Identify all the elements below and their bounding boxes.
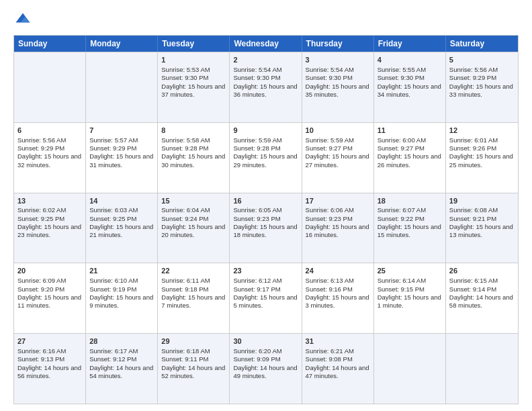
day-number: 18	[378, 196, 442, 206]
day-number: 11	[378, 126, 442, 136]
day-number: 19	[449, 196, 515, 206]
cal-cell-3-4: 24Sunrise: 6:13 AMSunset: 9:16 PMDayligh…	[302, 263, 374, 333]
cal-cell-1-5: 11Sunrise: 6:00 AMSunset: 9:27 PMDayligh…	[374, 123, 446, 193]
cal-cell-3-6: 26Sunrise: 6:15 AMSunset: 9:14 PMDayligh…	[446, 263, 518, 333]
cal-cell-2-6: 19Sunrise: 6:08 AMSunset: 9:21 PMDayligh…	[446, 193, 518, 263]
header-day-saturday: Saturday	[446, 36, 518, 52]
day-number: 15	[161, 196, 226, 206]
cal-cell-0-2: 1Sunrise: 5:53 AMSunset: 9:30 PMDaylight…	[158, 52, 230, 122]
calendar-row-0: 1Sunrise: 5:53 AMSunset: 9:30 PMDaylight…	[14, 52, 518, 122]
calendar-row-4: 27Sunrise: 6:16 AMSunset: 9:13 PMDayligh…	[14, 333, 518, 404]
day-number: 7	[89, 126, 154, 136]
cal-cell-0-1	[86, 52, 158, 122]
day-number: 13	[17, 196, 82, 206]
cell-info: Sunrise: 6:11 AMSunset: 9:18 PMDaylight:…	[161, 277, 226, 310]
cell-info: Sunrise: 6:21 AMSunset: 9:08 PMDaylight:…	[306, 347, 370, 380]
cell-info: Sunrise: 5:54 AMSunset: 9:30 PMDaylight:…	[233, 66, 298, 99]
cal-cell-0-6: 5Sunrise: 5:56 AMSunset: 9:29 PMDaylight…	[446, 52, 518, 122]
day-number: 27	[17, 336, 82, 347]
day-number: 21	[89, 266, 154, 276]
day-number: 9	[233, 126, 298, 136]
day-number: 8	[161, 126, 226, 136]
cal-cell-0-4: 3Sunrise: 5:54 AMSunset: 9:30 PMDaylight…	[302, 52, 374, 122]
cell-info: Sunrise: 6:04 AMSunset: 9:24 PMDaylight:…	[161, 206, 226, 239]
day-number: 3	[306, 55, 370, 65]
cell-info: Sunrise: 6:15 AMSunset: 9:14 PMDaylight:…	[449, 277, 515, 310]
cal-cell-4-0: 27Sunrise: 6:16 AMSunset: 9:13 PMDayligh…	[14, 334, 86, 404]
cell-info: Sunrise: 6:13 AMSunset: 9:16 PMDaylight:…	[306, 277, 370, 310]
cell-info: Sunrise: 6:06 AMSunset: 9:23 PMDaylight:…	[306, 206, 370, 239]
day-number: 12	[449, 126, 515, 136]
cal-cell-1-4: 10Sunrise: 5:59 AMSunset: 9:27 PMDayligh…	[302, 123, 374, 193]
cell-info: Sunrise: 6:03 AMSunset: 9:25 PMDaylight:…	[89, 206, 154, 239]
cal-cell-2-5: 18Sunrise: 6:07 AMSunset: 9:22 PMDayligh…	[374, 193, 446, 263]
cell-info: Sunrise: 6:01 AMSunset: 9:26 PMDaylight:…	[449, 136, 515, 169]
cell-info: Sunrise: 6:05 AMSunset: 9:23 PMDaylight:…	[233, 206, 298, 239]
cell-info: Sunrise: 6:07 AMSunset: 9:22 PMDaylight:…	[378, 206, 442, 239]
calendar-body: 1Sunrise: 5:53 AMSunset: 9:30 PMDaylight…	[14, 52, 518, 404]
cal-cell-3-0: 20Sunrise: 6:09 AMSunset: 9:20 PMDayligh…	[14, 263, 86, 333]
header-day-sunday: Sunday	[14, 36, 86, 52]
header-day-friday: Friday	[374, 36, 446, 52]
cal-cell-4-3: 30Sunrise: 6:20 AMSunset: 9:09 PMDayligh…	[230, 334, 302, 404]
day-number: 23	[233, 266, 298, 276]
logo-icon	[13, 11, 32, 30]
cal-cell-4-2: 29Sunrise: 6:18 AMSunset: 9:11 PMDayligh…	[158, 334, 230, 404]
day-number: 22	[161, 266, 226, 276]
day-number: 17	[306, 196, 370, 206]
cal-cell-4-1: 28Sunrise: 6:17 AMSunset: 9:12 PMDayligh…	[86, 334, 158, 404]
day-number: 4	[378, 55, 442, 65]
cell-info: Sunrise: 6:10 AMSunset: 9:19 PMDaylight:…	[89, 277, 154, 310]
cell-info: Sunrise: 6:00 AMSunset: 9:27 PMDaylight:…	[378, 136, 442, 169]
calendar-row-2: 13Sunrise: 6:02 AMSunset: 9:25 PMDayligh…	[14, 193, 518, 263]
cal-cell-1-2: 8Sunrise: 5:58 AMSunset: 9:28 PMDaylight…	[158, 123, 230, 193]
header-day-thursday: Thursday	[302, 36, 374, 52]
cell-info: Sunrise: 5:59 AMSunset: 9:27 PMDaylight:…	[306, 136, 370, 169]
cal-cell-3-2: 22Sunrise: 6:11 AMSunset: 9:18 PMDayligh…	[158, 263, 230, 333]
calendar-header: SundayMondayTuesdayWednesdayThursdayFrid…	[14, 36, 518, 52]
cell-info: Sunrise: 6:17 AMSunset: 9:12 PMDaylight:…	[89, 347, 154, 380]
cal-cell-4-5	[374, 334, 446, 404]
day-number: 16	[233, 196, 298, 206]
cal-cell-4-4: 31Sunrise: 6:21 AMSunset: 9:08 PMDayligh…	[302, 334, 374, 404]
cell-info: Sunrise: 5:53 AMSunset: 9:30 PMDaylight:…	[161, 66, 226, 99]
day-number: 24	[306, 266, 370, 276]
day-number: 20	[17, 266, 82, 276]
cal-cell-1-3: 9Sunrise: 5:59 AMSunset: 9:28 PMDaylight…	[230, 123, 302, 193]
cell-info: Sunrise: 6:18 AMSunset: 9:11 PMDaylight:…	[161, 347, 226, 380]
cell-info: Sunrise: 6:12 AMSunset: 9:17 PMDaylight:…	[233, 277, 298, 310]
cell-info: Sunrise: 6:09 AMSunset: 9:20 PMDaylight:…	[17, 277, 82, 310]
cell-info: Sunrise: 5:59 AMSunset: 9:28 PMDaylight:…	[233, 136, 298, 169]
cal-cell-1-1: 7Sunrise: 5:57 AMSunset: 9:29 PMDaylight…	[86, 123, 158, 193]
header-day-monday: Monday	[86, 36, 158, 52]
cell-info: Sunrise: 5:57 AMSunset: 9:29 PMDaylight:…	[89, 136, 154, 169]
cal-cell-1-0: 6Sunrise: 5:56 AMSunset: 9:29 PMDaylight…	[14, 123, 86, 193]
cal-cell-0-0	[14, 52, 86, 122]
top-bar	[13, 11, 519, 30]
logo	[13, 11, 35, 30]
day-number: 31	[306, 336, 370, 347]
day-number: 1	[161, 55, 226, 65]
page: SundayMondayTuesdayWednesdayThursdayFrid…	[0, 0, 532, 411]
header-day-wednesday: Wednesday	[230, 36, 302, 52]
cal-cell-1-6: 12Sunrise: 6:01 AMSunset: 9:26 PMDayligh…	[446, 123, 518, 193]
cell-info: Sunrise: 5:56 AMSunset: 9:29 PMDaylight:…	[449, 66, 515, 99]
cell-info: Sunrise: 5:56 AMSunset: 9:29 PMDaylight:…	[17, 136, 82, 169]
cell-info: Sunrise: 6:14 AMSunset: 9:15 PMDaylight:…	[378, 277, 442, 310]
cell-info: Sunrise: 6:20 AMSunset: 9:09 PMDaylight:…	[233, 347, 298, 380]
cal-cell-3-3: 23Sunrise: 6:12 AMSunset: 9:17 PMDayligh…	[230, 263, 302, 333]
day-number: 2	[233, 55, 298, 65]
cell-info: Sunrise: 6:08 AMSunset: 9:21 PMDaylight:…	[449, 206, 515, 239]
cal-cell-2-1: 14Sunrise: 6:03 AMSunset: 9:25 PMDayligh…	[86, 193, 158, 263]
cell-info: Sunrise: 6:02 AMSunset: 9:25 PMDaylight:…	[17, 206, 82, 239]
cell-info: Sunrise: 6:16 AMSunset: 9:13 PMDaylight:…	[17, 347, 82, 380]
cal-cell-2-0: 13Sunrise: 6:02 AMSunset: 9:25 PMDayligh…	[14, 193, 86, 263]
cal-cell-4-6	[446, 334, 518, 404]
day-number: 14	[89, 196, 154, 206]
day-number: 5	[449, 55, 515, 65]
header-day-tuesday: Tuesday	[158, 36, 230, 52]
day-number: 6	[17, 126, 82, 136]
day-number: 29	[161, 336, 226, 347]
cal-cell-0-3: 2Sunrise: 5:54 AMSunset: 9:30 PMDaylight…	[230, 52, 302, 122]
calendar: SundayMondayTuesdayWednesdayThursdayFrid…	[13, 35, 519, 404]
